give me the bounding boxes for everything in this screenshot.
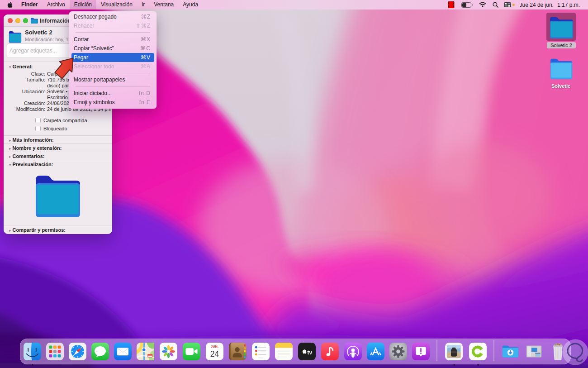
svg-text:tv: tv bbox=[307, 349, 312, 356]
svg-text:JUN.: JUN. bbox=[211, 344, 218, 349]
svg-text:24: 24 bbox=[210, 349, 219, 358]
